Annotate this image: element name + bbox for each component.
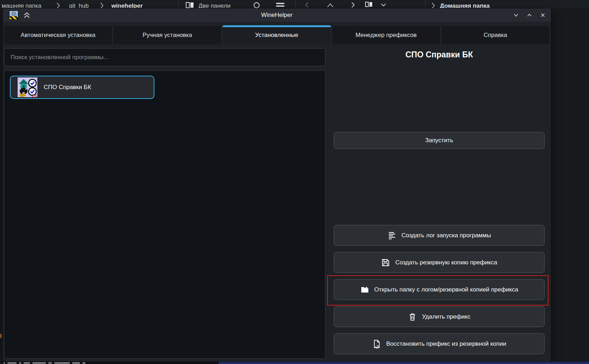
close-icon[interactable]: [540, 12, 546, 18]
up-icon[interactable]: [326, 2, 335, 8]
split-view-label[interactable]: Две панели: [198, 2, 231, 8]
create-log-button[interactable]: Создать лог запуска программы: [334, 225, 545, 246]
right-panel-breadcrumb[interactable]: Домашняя папка: [440, 2, 490, 8]
tab-auto-install[interactable]: Автоматическая установка: [4, 25, 112, 44]
breadcrumb-segment-current[interactable]: winehelper: [111, 2, 143, 8]
program-list-item-selected[interactable]: 2.5 СПО Справки БК: [10, 76, 154, 99]
titlebar[interactable]: ⚙ WineHelper: [3, 8, 551, 22]
minimize-icon[interactable]: [513, 12, 519, 18]
breadcrumb-chevron-icon: [99, 2, 104, 8]
chevron-down-icon[interactable]: [381, 3, 386, 7]
open-folder-button[interactable]: Открыть папку с логом/резервной копией п…: [334, 279, 545, 300]
maximize-icon[interactable]: [526, 12, 533, 18]
toolbar-separator: [178, 0, 179, 8]
breadcrumb-chevron-icon: [56, 2, 61, 8]
tab-installed[interactable]: Установленные: [222, 25, 331, 44]
toolbar-separator: [295, 0, 296, 8]
background-selection-bar: [219, 362, 589, 364]
breadcrumb-segment[interactable]: машняя папка: [2, 2, 41, 8]
tab-prefix-manager[interactable]: Менеджер префиксов: [332, 25, 441, 44]
winehelper-window: ⚙ WineHelper Автоматическая установка Ру…: [3, 8, 551, 362]
delete-prefix-button[interactable]: Удалить префикс: [334, 306, 545, 327]
background-artifact: [0, 334, 1, 338]
hamburger-menu-icon[interactable]: [276, 3, 285, 8]
backup-prefix-button[interactable]: Создать резервную копию префикса: [334, 252, 545, 273]
two-panels-icon[interactable]: [186, 2, 194, 8]
search-field-wrap: [4, 48, 325, 66]
tab-bar: Автоматическая установка Ручная установк…: [4, 25, 550, 44]
restore-prefix-label: Восстановить префикс из резервной копии: [386, 340, 506, 347]
desktop: { "background_app": { "breadcrumb": ["ма…: [0, 0, 589, 364]
breadcrumb-segment[interactable]: git_hub: [69, 2, 89, 8]
selected-program-title: СПО Справки БК: [334, 50, 545, 59]
forward-icon[interactable]: [350, 1, 356, 8]
trash-icon: [408, 312, 417, 321]
program-name: СПО Справки БК: [44, 84, 91, 91]
split-view-icon[interactable]: [365, 2, 373, 8]
folder-icon: [360, 285, 369, 294]
installed-programs-list: 2.5 СПО Справки БК: [4, 70, 325, 359]
clipped-status-text: [4, 362, 85, 364]
tab-help[interactable]: Справка: [441, 25, 550, 44]
open-folder-label: Открыть папку с логом/резервной копией п…: [374, 286, 518, 293]
breadcrumb-chevron-icon: [431, 2, 436, 8]
save-floppy-icon: [381, 258, 390, 267]
spo-spravki-bk-icon: 2.5: [18, 77, 37, 97]
search-icon[interactable]: [253, 2, 260, 8]
toolbar-separator: [425, 0, 425, 8]
window-title: WineHelper: [3, 8, 551, 22]
tab-manual-install[interactable]: Ручная установка: [113, 25, 222, 44]
restore-prefix-button[interactable]: Восстановить префикс из резервной копии: [334, 333, 545, 354]
background-filemanager-toolbar: машняя папка git_hub winehelper Две пане…: [0, 0, 589, 8]
svg-text:2.5: 2.5: [32, 94, 37, 97]
create-log-label: Создать лог запуска программы: [401, 232, 491, 239]
back-icon[interactable]: [304, 1, 310, 8]
log-lines-icon: [387, 231, 397, 240]
backup-prefix-label: Создать резервную копию префикса: [395, 259, 497, 266]
run-button[interactable]: Запустить: [334, 132, 545, 149]
search-input[interactable]: [4, 48, 325, 66]
delete-prefix-label: Удалить префикс: [422, 313, 470, 320]
run-button-label: Запустить: [425, 137, 453, 144]
restore-document-icon: [372, 339, 381, 349]
